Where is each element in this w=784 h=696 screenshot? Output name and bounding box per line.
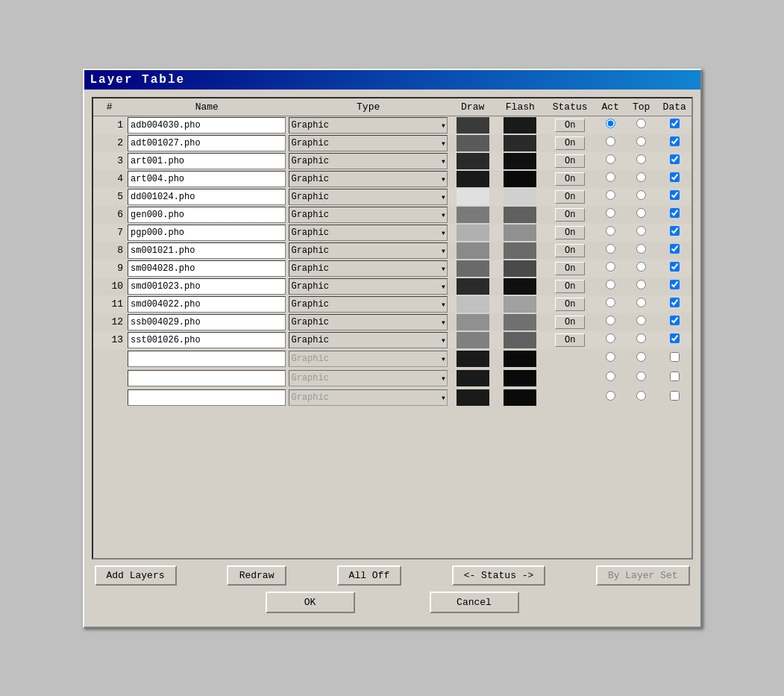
top-radio[interactable] — [636, 298, 646, 307]
type-select[interactable]: GraphicSignalPowerGround — [289, 171, 447, 187]
name-input[interactable] — [128, 314, 286, 330]
top-radio[interactable] — [636, 226, 646, 236]
data-checkbox[interactable] — [670, 244, 680, 254]
status-button[interactable]: On — [555, 226, 585, 239]
status-button[interactable]: On — [555, 172, 585, 186]
top-radio[interactable] — [636, 208, 646, 218]
data-checkbox[interactable] — [670, 190, 680, 200]
act-radio[interactable] — [606, 316, 615, 325]
data-checkbox[interactable] — [670, 371, 680, 381]
top-radio[interactable] — [636, 137, 646, 146]
data-checkbox[interactable] — [670, 172, 680, 182]
top-radio[interactable] — [636, 371, 646, 381]
type-select[interactable]: GraphicSignalPowerGround — [289, 135, 447, 151]
type-select[interactable]: GraphicSignalPowerGround — [289, 351, 447, 367]
type-select[interactable]: GraphicSignalPowerGround — [289, 207, 447, 223]
type-select[interactable]: GraphicSignalPowerGround — [289, 242, 447, 259]
data-checkbox[interactable] — [670, 352, 680, 362]
act-radio[interactable] — [606, 244, 615, 254]
act-radio[interactable] — [606, 333, 615, 343]
status-button[interactable]: On — [555, 208, 585, 222]
name-input[interactable] — [128, 135, 286, 151]
name-input[interactable] — [128, 351, 286, 367]
type-select[interactable]: GraphicSignalPowerGround — [289, 278, 447, 295]
act-radio[interactable] — [606, 352, 615, 362]
act-radio[interactable] — [606, 137, 615, 146]
top-radio[interactable] — [636, 352, 646, 362]
type-select[interactable]: GraphicSignalPowerGround — [289, 260, 447, 277]
status-button[interactable]: On — [555, 262, 585, 275]
data-checkbox[interactable] — [670, 391, 680, 401]
name-input[interactable] — [128, 207, 286, 223]
type-select[interactable]: GraphicSignalPowerGround — [289, 153, 447, 169]
name-input[interactable] — [128, 153, 286, 169]
act-radio[interactable] — [606, 298, 615, 307]
name-input[interactable] — [128, 242, 286, 259]
data-checkbox[interactable] — [670, 119, 680, 128]
top-radio[interactable] — [636, 190, 646, 200]
act-radio[interactable] — [606, 208, 615, 218]
status-button[interactable]: On — [555, 244, 585, 257]
status-button[interactable]: On — [555, 190, 585, 204]
status-button[interactable]: On — [555, 154, 585, 168]
status-button[interactable]: On — [555, 119, 585, 132]
top-radio[interactable] — [636, 316, 646, 325]
act-radio[interactable] — [606, 280, 615, 289]
type-select[interactable]: GraphicSignalPowerGround — [289, 117, 447, 134]
data-checkbox[interactable] — [670, 226, 680, 236]
cancel-button[interactable]: Cancel — [430, 592, 519, 613]
data-checkbox[interactable] — [670, 333, 680, 343]
name-input[interactable] — [128, 171, 286, 187]
act-radio[interactable] — [606, 172, 615, 182]
act-radio[interactable] — [606, 119, 615, 128]
table-scroll[interactable]: # Name Type Draw Flash Status Act Top Da… — [93, 98, 692, 558]
type-select[interactable]: GraphicSignalPowerGround — [289, 296, 447, 313]
name-input[interactable] — [128, 389, 286, 406]
name-input[interactable] — [128, 296, 286, 313]
act-radio[interactable] — [606, 190, 615, 200]
top-radio[interactable] — [636, 119, 646, 128]
status-button[interactable]: On — [555, 333, 585, 347]
act-radio[interactable] — [606, 262, 615, 272]
data-checkbox[interactable] — [670, 137, 680, 146]
top-radio[interactable] — [636, 391, 646, 401]
status-button[interactable]: On — [555, 316, 585, 329]
redraw-button[interactable]: Redraw — [227, 565, 286, 586]
type-select[interactable]: GraphicSignalPowerGround — [289, 370, 447, 386]
status-button[interactable]: On — [555, 280, 585, 293]
name-input[interactable] — [128, 189, 286, 205]
data-checkbox[interactable] — [670, 280, 680, 289]
top-radio[interactable] — [636, 280, 646, 289]
name-input[interactable] — [128, 332, 286, 348]
top-radio[interactable] — [636, 262, 646, 272]
add-layers-button[interactable]: Add Layers — [95, 565, 177, 586]
act-radio[interactable] — [606, 226, 615, 236]
type-select[interactable]: GraphicSignalPowerGround — [289, 225, 447, 241]
ok-button[interactable]: OK — [266, 592, 355, 613]
status-button[interactable]: <- Status -> — [452, 565, 546, 586]
name-input[interactable] — [128, 260, 286, 277]
top-radio[interactable] — [636, 172, 646, 182]
type-select[interactable]: GraphicSignalPowerGround — [289, 389, 447, 406]
type-select[interactable]: GraphicSignalPowerGround — [289, 314, 447, 330]
type-select[interactable]: GraphicSignalPowerGround — [289, 189, 447, 205]
name-input[interactable] — [128, 225, 286, 241]
top-radio[interactable] — [636, 154, 646, 164]
name-input[interactable] — [128, 370, 286, 386]
data-checkbox[interactable] — [670, 208, 680, 218]
name-input[interactable] — [128, 117, 286, 134]
status-button[interactable]: On — [555, 137, 585, 150]
data-checkbox[interactable] — [670, 154, 680, 164]
status-button[interactable]: On — [555, 298, 585, 311]
act-radio[interactable] — [606, 391, 615, 401]
all-off-button[interactable]: All Off — [337, 565, 402, 586]
type-select[interactable]: GraphicSignalPowerGround — [289, 332, 447, 348]
top-radio[interactable] — [636, 333, 646, 343]
act-radio[interactable] — [606, 371, 615, 381]
data-checkbox[interactable] — [670, 298, 680, 307]
act-radio[interactable] — [606, 154, 615, 164]
name-input[interactable] — [128, 278, 286, 295]
top-radio[interactable] — [636, 244, 646, 254]
data-checkbox[interactable] — [670, 262, 680, 272]
by-layer-set-button[interactable]: By Layer Set — [596, 565, 690, 586]
